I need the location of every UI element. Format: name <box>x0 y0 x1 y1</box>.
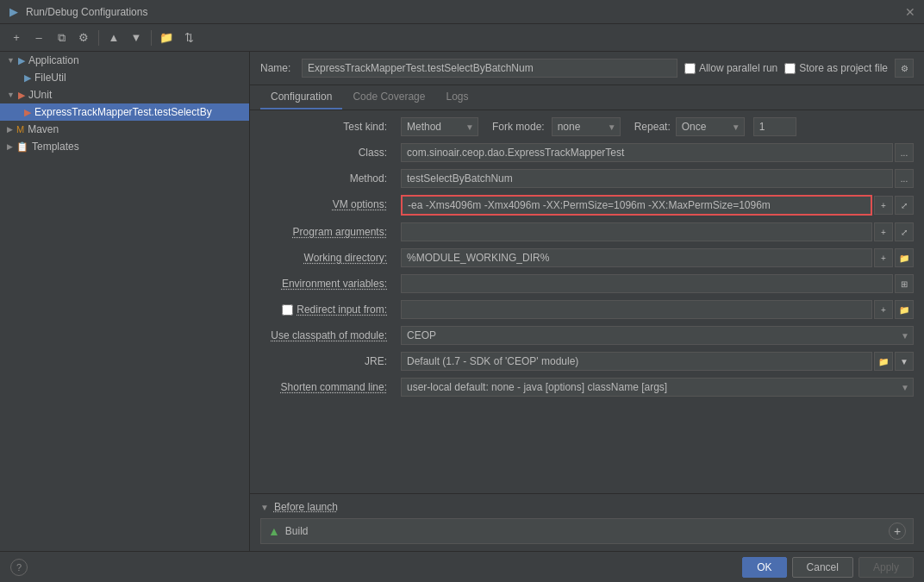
form-content: Test kind: Method ▼ Fork mode: none ▼ <box>250 110 924 410</box>
app-icon: ▶ <box>7 5 21 19</box>
env-vars-label: Environment variables: <box>260 278 394 290</box>
before-launch-header: ▼ Before launch <box>260 501 914 513</box>
allow-parallel-run-label: Allow parallel run <box>699 62 777 74</box>
shorten-cmd-select-wrapper: user-local default: none - java [options… <box>401 378 914 397</box>
left-panel: ▼ ▶ Application ▶ FileUtil ▼ ▶ JUnit ▶ E… <box>0 52 250 551</box>
class-input[interactable] <box>401 143 893 162</box>
allow-parallel-run-row: Allow parallel run <box>684 62 777 74</box>
allow-parallel-run-checkbox[interactable] <box>684 63 696 74</box>
name-label: Name: <box>260 62 295 74</box>
sidebar-item-maven[interactable]: ▶ M Maven <box>0 121 249 138</box>
apply-button[interactable]: Apply <box>858 557 914 578</box>
method-browse-button[interactable]: ... <box>895 169 914 188</box>
repeat-label: Repeat: <box>634 121 671 133</box>
bottom-right: OK Cancel Apply <box>742 557 914 578</box>
move-down-button[interactable]: ▼ <box>127 28 146 47</box>
fork-mode-select[interactable]: none <box>552 117 621 136</box>
working-dir-expand-button[interactable]: + <box>874 248 893 267</box>
sidebar-item-express[interactable]: ▶ ExpressTrackMapperTest.testSelectBy <box>0 103 249 121</box>
sidebar-item-templates[interactable]: ▶ 📋 Templates <box>0 138 249 155</box>
redirect-browse-button[interactable]: 📁 <box>895 300 914 319</box>
working-dir-input[interactable] <box>401 248 872 267</box>
right-panel: Name: Allow parallel run Store as projec… <box>250 52 924 551</box>
redirect-input-checkbox[interactable] <box>282 304 293 316</box>
args-expand-button[interactable]: + <box>874 222 893 241</box>
tab-logs[interactable]: Logs <box>435 85 478 110</box>
move-up-button[interactable]: ▲ <box>104 28 123 47</box>
jre-dropdown-button[interactable]: ▼ <box>895 352 914 371</box>
vm-expand-button[interactable]: + <box>874 196 893 215</box>
method-input[interactable] <box>401 169 893 188</box>
repeat-count-input[interactable] <box>753 117 796 136</box>
sidebar-item-application[interactable]: ▼ ▶ Application <box>0 52 249 69</box>
classpath-label: Use classpath of module: <box>260 329 394 341</box>
method-row: Method: ... <box>260 169 914 188</box>
tab-configuration[interactable]: Configuration <box>260 85 342 110</box>
chevron-down-icon: ▼ <box>7 91 15 99</box>
settings-button[interactable]: ⚙ <box>74 28 93 47</box>
program-args-input[interactable] <box>401 222 872 241</box>
jre-browse-button[interactable]: 📁 <box>874 352 893 371</box>
ok-button[interactable]: OK <box>742 557 786 578</box>
form-scroll-area: Test kind: Method ▼ Fork mode: none ▼ <box>250 110 924 493</box>
program-args-input-group: + ⤢ <box>401 222 914 241</box>
junit-test-icon: ▶ <box>24 107 31 118</box>
jre-label: JRE: <box>260 355 394 367</box>
chevron-down-icon: ▼ <box>7 56 15 65</box>
classpath-select[interactable]: CEOP <box>401 326 914 345</box>
classpath-select-wrapper: CEOP ▼ <box>401 326 914 345</box>
env-vars-row: Environment variables: ⊞ <box>260 274 914 293</box>
program-args-row: Program arguments: + ⤢ <box>260 222 914 241</box>
before-launch-title: Before launch <box>274 501 338 513</box>
before-launch-list: ▲ Build + <box>260 518 914 544</box>
args-open-button[interactable]: ⤢ <box>895 222 914 241</box>
repeat-select-wrapper: Once ▼ <box>676 117 745 136</box>
sort-button[interactable]: ⇅ <box>179 28 198 47</box>
bottom-left: ? <box>10 559 28 576</box>
bottom-bar: ? OK Cancel Apply <box>0 551 924 582</box>
cancel-button[interactable]: Cancel <box>792 557 853 578</box>
add-config-button[interactable]: + <box>7 28 26 47</box>
folder-button[interactable]: 📁 <box>157 28 176 47</box>
close-button[interactable]: ✕ <box>903 5 917 19</box>
env-vars-browse-button[interactable]: ⊞ <box>895 274 914 293</box>
shorten-cmd-select[interactable]: user-local default: none - java [options… <box>401 378 914 397</box>
sidebar-item-junit[interactable]: ▼ ▶ JUnit <box>0 86 249 103</box>
jre-input[interactable] <box>401 352 872 371</box>
test-kind-row: Test kind: Method ▼ Fork mode: none ▼ <box>260 117 914 136</box>
chevron-right-icon: ▶ <box>7 142 13 151</box>
fork-mode-select-wrapper: none ▼ <box>552 117 621 136</box>
class-browse-button[interactable]: ... <box>895 143 914 162</box>
repeat-select[interactable]: Once <box>676 117 745 136</box>
copy-config-button[interactable]: ⧉ <box>52 28 71 47</box>
vm-options-row: VM options: + ⤢ <box>260 195 914 216</box>
sidebar-item-fileutil[interactable]: ▶ FileUtil <box>0 69 249 86</box>
templates-icon: 📋 <box>16 141 28 153</box>
tab-code-coverage[interactable]: Code Coverage <box>342 85 435 110</box>
help-button[interactable]: ? <box>10 559 28 576</box>
store-as-project-file-label: Store as project file <box>799 62 888 74</box>
sidebar-item-label: Maven <box>28 123 59 135</box>
remove-config-button[interactable]: – <box>29 28 48 47</box>
vm-options-label: VM options: <box>260 195 394 210</box>
title-bar: ▶ Run/Debug Configurations ✕ <box>0 0 924 24</box>
test-kind-select[interactable]: Method <box>401 117 478 136</box>
redirect-expand-button[interactable]: + <box>874 300 893 319</box>
class-input-group: ... <box>401 143 914 162</box>
chevron-right-icon: ▶ <box>7 125 13 134</box>
working-dir-browse-button[interactable]: 📁 <box>895 248 914 267</box>
store-as-project-file-checkbox[interactable] <box>784 63 796 74</box>
vm-open-button[interactable]: ⤢ <box>895 196 914 215</box>
name-input[interactable] <box>302 59 677 78</box>
maven-icon: M <box>16 124 24 135</box>
fork-mode-label: Fork mode: <box>492 121 545 133</box>
build-icon: ▲ <box>268 524 280 538</box>
store-settings-button[interactable]: ⚙ <box>895 59 914 78</box>
redirect-input[interactable] <box>401 300 872 319</box>
sidebar-item-label: JUnit <box>28 89 52 101</box>
sidebar-item-label: ExpressTrackMapperTest.testSelectBy <box>34 106 212 118</box>
method-input-group: ... <box>401 169 914 188</box>
env-vars-input[interactable] <box>401 274 893 293</box>
add-before-launch-button[interactable]: + <box>889 523 906 540</box>
vm-options-input[interactable] <box>401 195 872 216</box>
